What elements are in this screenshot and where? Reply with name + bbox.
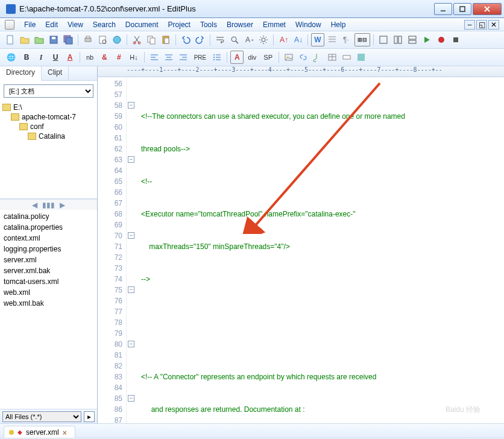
window-title: E:\apache-tomcat-7.0.52\conf\server.xml … <box>19 4 434 13</box>
file-item[interactable]: catalina.policy <box>4 211 93 222</box>
menu-document[interactable]: Document <box>121 19 163 30</box>
new-file-button[interactable] <box>4 33 17 46</box>
link-button[interactable] <box>297 51 310 64</box>
nbsp-button[interactable]: nb <box>83 51 96 64</box>
hash-button[interactable]: # <box>112 51 125 64</box>
anchor-button[interactable]: A <box>230 51 244 64</box>
undo-button[interactable] <box>179 33 192 46</box>
menu-window[interactable]: Window <box>291 19 326 30</box>
list-button[interactable] <box>210 51 224 64</box>
file-item[interactable]: catalina.properties <box>4 222 93 233</box>
print-button[interactable] <box>81 33 95 46</box>
file-item[interactable]: server.xml.bak <box>4 265 93 276</box>
folder-open-icon <box>19 123 28 130</box>
minimize-button[interactable] <box>434 3 452 15</box>
browser-preview-button[interactable] <box>110 33 124 46</box>
file-item[interactable]: tomcat-users.xml <box>4 276 93 287</box>
mdi-restore-button[interactable]: ◱ <box>476 20 487 30</box>
whitespace-button[interactable]: ¶· <box>340 33 353 46</box>
span-button[interactable]: SP <box>260 51 276 64</box>
svg-rect-36 <box>453 37 458 42</box>
document-tab[interactable]: ◆ server.xml × <box>4 426 75 438</box>
form-button[interactable] <box>340 51 353 64</box>
file-filter-select[interactable]: All Files (*.*) <box>2 411 81 422</box>
modified-indicator <box>9 430 14 435</box>
cut-button[interactable] <box>130 33 143 46</box>
italic-button[interactable]: I <box>34 51 48 64</box>
other-view-button[interactable] <box>406 33 419 46</box>
pre-button[interactable]: PRE <box>191 51 210 64</box>
close-button[interactable] <box>473 3 502 15</box>
tree-item[interactable]: conf <box>2 122 95 131</box>
stop-macro-button[interactable] <box>449 33 462 46</box>
zoom-out-button[interactable]: A↓ <box>291 33 304 46</box>
copy-button[interactable] <box>145 33 158 46</box>
menu-edit[interactable]: Edit <box>40 19 63 30</box>
tab-close-button[interactable]: × <box>63 429 70 436</box>
menu-tools[interactable]: Tools <box>195 19 222 30</box>
zoom-in-button[interactable]: A↑ <box>277 33 290 46</box>
open-remote-button[interactable] <box>33 33 46 46</box>
code-folding-button[interactable]: ⊞⊟ <box>354 33 370 46</box>
align-left-button[interactable] <box>148 51 161 64</box>
word-wrap-button[interactable] <box>213 33 227 46</box>
menu-view[interactable]: View <box>63 19 88 30</box>
tab-directory[interactable]: Directory <box>0 66 42 81</box>
tree-item[interactable]: apache-tomcat-7 <box>2 112 95 122</box>
print-preview-button[interactable] <box>96 33 109 46</box>
code-editor[interactable]: 56 57 58− 59 60 61 62 63− 64 65 66 67 68… <box>98 77 504 423</box>
amp-button[interactable]: & <box>98 51 111 64</box>
wordwrap-toggle-button[interactable]: W <box>311 33 324 46</box>
save-button[interactable] <box>47 33 60 46</box>
file-item[interactable]: logging.properties <box>4 244 93 254</box>
tree-scrollbar[interactable]: ◀▮▮▮▶ <box>0 199 97 210</box>
replace-button[interactable]: A↔B <box>242 33 256 46</box>
tab-cliptext[interactable]: Clipt <box>42 66 69 80</box>
split-button[interactable] <box>391 33 405 46</box>
code-content[interactable]: <!--The connectors can use a shared exec… <box>127 77 504 423</box>
macro-button[interactable] <box>435 33 448 46</box>
paste-button[interactable] <box>159 33 172 46</box>
menu-browser[interactable]: Browser <box>222 19 258 30</box>
align-right-button[interactable] <box>177 51 190 64</box>
heading-button[interactable]: H↓ <box>127 51 140 64</box>
find-button[interactable] <box>228 33 241 46</box>
font-color-button[interactable]: A <box>63 51 77 64</box>
window-controls <box>434 3 502 15</box>
image-button[interactable] <box>282 51 295 64</box>
save-all-button[interactable] <box>61 33 75 46</box>
settings-button[interactable] <box>257 33 270 46</box>
drive-select[interactable]: [E:] 文档 <box>4 84 93 98</box>
file-item[interactable]: web.xml.bak <box>4 298 93 309</box>
filter-apply-button[interactable]: ▸ <box>84 411 95 422</box>
folder-icon <box>28 133 36 140</box>
mdi-close-button[interactable]: ✕ <box>488 20 499 30</box>
folder-tree[interactable]: E:\ apache-tomcat-7 conf Catalina <box>0 101 97 199</box>
menu-file[interactable]: File <box>19 19 40 30</box>
menu-search[interactable]: Search <box>88 19 121 30</box>
browser-icon[interactable]: 🌐 <box>4 51 19 64</box>
bold-button[interactable]: B <box>20 51 33 64</box>
mdi-minimize-button[interactable]: – <box>464 20 475 30</box>
run-button[interactable] <box>420 33 433 46</box>
color-picker-button[interactable] <box>354 51 368 64</box>
file-item[interactable]: context.xml <box>4 233 93 244</box>
file-item[interactable]: web.xml <box>4 287 93 298</box>
tree-item[interactable]: Catalina <box>2 131 95 141</box>
redo-button[interactable] <box>194 33 207 46</box>
line-number-button[interactable] <box>326 33 339 46</box>
file-list[interactable]: catalina.policy catalina.properties cont… <box>0 210 97 409</box>
file-item[interactable]: server.xml <box>4 254 93 265</box>
tree-item[interactable]: E:\ <box>2 103 95 112</box>
align-center-button[interactable] <box>162 51 175 64</box>
maximize-button[interactable] <box>453 3 471 15</box>
div-button[interactable]: div <box>245 51 259 64</box>
underline-button[interactable]: U <box>49 51 62 64</box>
fullscreen-button[interactable] <box>377 33 390 46</box>
media-button[interactable] <box>311 51 324 64</box>
table-button[interactable] <box>326 51 339 64</box>
menu-emmet[interactable]: Emmet <box>258 19 291 30</box>
open-file-button[interactable] <box>18 33 31 46</box>
menu-help[interactable]: Help <box>326 19 351 30</box>
menu-project[interactable]: Project <box>163 19 195 30</box>
